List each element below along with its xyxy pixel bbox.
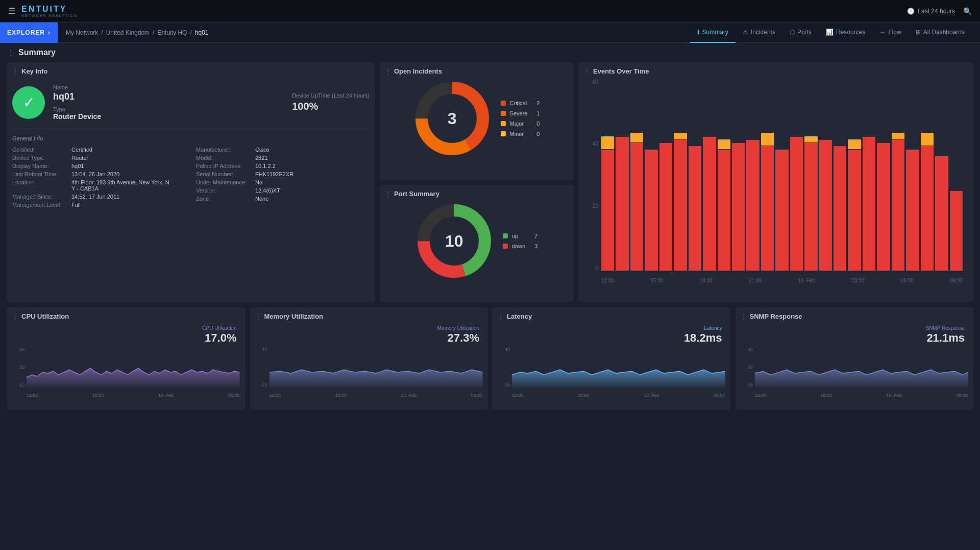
time-range-badge: 🕐 Last 24 hours	[907, 8, 955, 15]
incidents-menu-icon[interactable]: ⋮	[385, 68, 391, 75]
bar-group-20	[892, 79, 904, 271]
device-status-icon: ✓	[12, 86, 45, 119]
latency-panel: ⋮ Latency Latency 18.2ms 4020	[493, 307, 730, 410]
severe-value: 1	[531, 110, 540, 116]
bar-red-5	[674, 140, 687, 271]
warning-icon: ⚠	[743, 29, 748, 36]
bar-group-10	[746, 79, 759, 271]
uptime-value: 100%	[292, 101, 370, 112]
events-menu-icon[interactable]: ⋮	[584, 68, 590, 75]
bar-red-1	[616, 137, 628, 271]
device-type: Router Device	[53, 112, 101, 121]
snmp-chart	[755, 347, 968, 388]
ports-count: 10	[445, 232, 463, 251]
tab-incidents-label: Incidents	[751, 29, 775, 36]
legend-major: Major 0	[501, 121, 540, 127]
bar-group-13	[790, 79, 803, 271]
latency-menu-icon[interactable]: ⋮	[498, 313, 504, 320]
cpu-chart-label: CPU Utilization	[202, 325, 236, 331]
tab-summary-label: Summary	[702, 29, 728, 36]
explorer-button[interactable]: EXPLORER ›	[0, 22, 58, 43]
cpu-value: 17.0%	[12, 331, 240, 345]
search-icon[interactable]: 🔍	[963, 7, 972, 15]
key-info-menu-icon[interactable]: ⋮	[12, 68, 18, 75]
port-summary-panel: ⋮ Port Summary 10	[380, 185, 574, 302]
bar-group-1	[616, 79, 628, 271]
tab-flow[interactable]: ↔ Flow	[872, 22, 908, 43]
critical-dot	[501, 101, 506, 106]
uptime-block: Device UpTime (Last 24 hours) 100%	[292, 92, 370, 112]
up-dot	[503, 233, 508, 238]
cpu-x-axis: 12:0018:0010. Feb06:00	[27, 393, 240, 398]
breadcrumb-uk[interactable]: United Kingdom	[106, 29, 150, 36]
severe-label: Severe	[510, 110, 528, 116]
bar-group-8	[718, 79, 730, 271]
time-range-label: Last 24 hours	[918, 8, 955, 15]
cpu-chart	[27, 347, 240, 388]
legend-severe: Severe 1	[501, 110, 540, 116]
bar-red-17	[848, 150, 861, 271]
major-dot	[501, 121, 506, 126]
minor-dot	[501, 131, 506, 136]
latency-chart	[512, 347, 725, 388]
up-label: up	[512, 233, 518, 239]
bar-red-10	[746, 140, 759, 271]
legend-minor: Minor 0	[501, 131, 540, 137]
breadcrumb-nav: EXPLORER › My Network / United Kingdom /…	[0, 22, 980, 43]
legend-up: up 7	[503, 233, 537, 239]
resource-icon: 📊	[826, 29, 834, 36]
tab-resources[interactable]: 📊 Resources	[819, 22, 872, 43]
cpu-title: CPU Utilization	[21, 313, 69, 320]
memory-title: Memory Utilization	[264, 313, 324, 320]
bar-group-2	[630, 79, 643, 271]
flow-icon: ↔	[879, 29, 886, 36]
ports-menu-icon[interactable]: ⋮	[385, 190, 391, 198]
tab-flow-label: Flow	[888, 29, 901, 36]
bar-red-16	[834, 146, 846, 271]
chevron-right-icon: ›	[48, 29, 51, 36]
snmp-y-axis: 302010	[741, 347, 753, 388]
bar-group-18	[863, 79, 875, 271]
bar-red-18	[863, 137, 875, 271]
tab-all-dashboards[interactable]: ⊞ All Dashboards	[909, 22, 972, 43]
legend-critical: Critical 2	[501, 100, 540, 106]
ports-legend: up 7 down 3	[503, 233, 537, 249]
page-menu-icon[interactable]: ⋮	[7, 49, 14, 57]
tab-summary[interactable]: ℹ Summary	[690, 22, 736, 43]
bar-group-12	[775, 79, 788, 271]
tab-resources-label: Resources	[836, 29, 865, 36]
bar-group-24	[950, 79, 963, 271]
memory-menu-icon[interactable]: ⋮	[255, 313, 261, 320]
breadcrumb-mynetwork[interactable]: My Network	[66, 29, 98, 36]
name-label: Name	[53, 84, 101, 90]
bar-group-16	[834, 79, 846, 271]
snmp-menu-icon[interactable]: ⋮	[741, 313, 747, 320]
nav-left: ☰ ENTUITY NETWORK ANALYTICS	[8, 5, 78, 17]
breadcrumb-hq[interactable]: Entuity HQ	[157, 29, 187, 36]
incidents-legend: Critical 2 Severe 1 Major 0	[501, 100, 540, 137]
incidents-count: 3	[448, 109, 457, 128]
bar-red-7	[703, 137, 716, 271]
cpu-menu-icon[interactable]: ⋮	[12, 313, 18, 320]
snmp-x-axis: 12:0018:0010. Feb06:00	[755, 393, 968, 398]
minor-value: 0	[531, 131, 540, 137]
page-title: Summary	[18, 48, 56, 57]
bar-group-6	[689, 79, 701, 271]
memory-chart-label: Memory Utilization	[437, 325, 479, 331]
memory-value: 27.3%	[255, 331, 483, 345]
bar-yellow-0	[601, 136, 614, 149]
events-x-axis: 12:0015:0018:0021:0010. Feb03:0006:0009:…	[601, 278, 963, 283]
logo-main: ENTUITY	[21, 5, 78, 14]
latency-x-axis: 12:0018:0010. Feb06:00	[512, 393, 725, 398]
bar-group-23	[935, 79, 948, 271]
tab-ports[interactable]: ⬡ Ports	[782, 22, 819, 43]
general-info-title: General Info	[12, 135, 370, 141]
cpu-y-axis: 302010	[12, 347, 24, 388]
logo-sub: NETWORK ANALYTICS	[21, 14, 78, 17]
open-incidents-panel: ⋮ Open Incidents 3	[380, 62, 574, 180]
hamburger-icon[interactable]: ☰	[8, 6, 15, 16]
cpu-panel: ⋮ CPU Utilization CPU Utilization 17.0% …	[7, 307, 245, 410]
bar-red-23	[935, 156, 948, 271]
breadcrumb-hq01[interactable]: hq01	[195, 29, 209, 36]
tab-incidents[interactable]: ⚠ Incidents	[736, 22, 782, 43]
